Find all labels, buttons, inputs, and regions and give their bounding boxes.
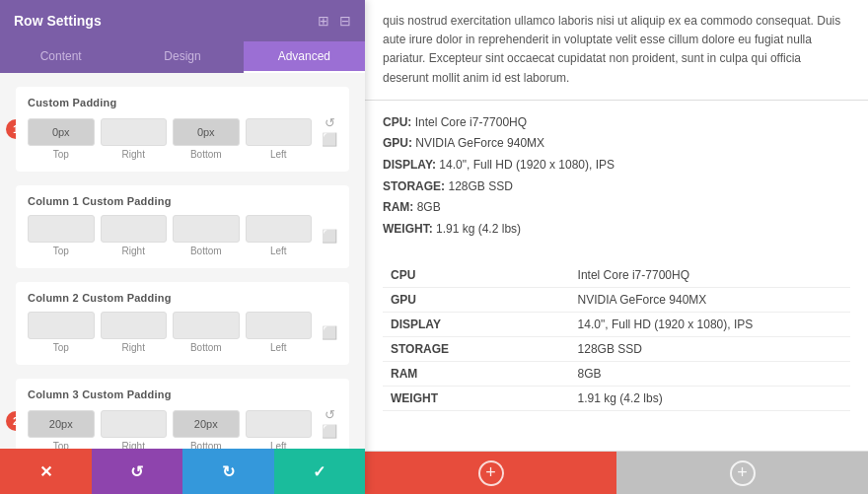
- add-circle-gray: +: [730, 460, 756, 486]
- col3-padding-section: Column 3 Custom Padding Top Right Bottom: [16, 379, 349, 449]
- link-icon[interactable]: ⬜: [322, 133, 337, 146]
- tab-content[interactable]: Content: [0, 41, 121, 73]
- col2-top-label: Top: [53, 342, 69, 353]
- col1-bottom-field: Bottom: [173, 215, 240, 256]
- col2-padding-inputs: Top Right Bottom Left ⬜: [28, 312, 337, 353]
- table-row: DISPLAY14.0", Full HD (1920 x 1080), IPS: [383, 313, 850, 337]
- panel-header: Row Settings ⊞ ⊟: [0, 0, 365, 41]
- section-col2-padding: Column 2 Custom Padding Top Right Bottom: [16, 282, 349, 365]
- table-row: GPUNVIDIA GeForce 940MX: [383, 288, 850, 313]
- col3-left-input[interactable]: [246, 410, 313, 438]
- col2-top-input[interactable]: [28, 312, 95, 339]
- spec-cpu-inline: CPU: Intel Core i7-7700HQ: [383, 112, 850, 134]
- panel-body: 1 Custom Padding Top Right Bottom: [0, 73, 365, 449]
- spec-gpu-inline: GPU: NVIDIA GeForce 940MX: [383, 133, 850, 155]
- col1-left-field: Left: [246, 215, 313, 256]
- col3-right-input[interactable]: [101, 410, 168, 438]
- col3-bottom-label: Bottom: [190, 441, 222, 449]
- add-circle-red: +: [478, 460, 504, 486]
- col1-top-input[interactable]: [28, 215, 95, 243]
- tab-design[interactable]: Design: [121, 41, 243, 73]
- col1-bottom-label: Bottom: [190, 246, 222, 256]
- table-row: WEIGHT1.91 kg (4.2 lbs): [383, 387, 850, 411]
- section-col3-padding: 2 Column 3 Custom Padding Top Right Bott…: [16, 379, 349, 449]
- section-col1-padding: Column 1 Custom Padding Top Right Bottom: [16, 185, 349, 268]
- col2-right-field: Right: [101, 312, 168, 353]
- add-row-bar: + +: [365, 451, 868, 494]
- col3-bottom-field: Bottom: [173, 410, 240, 449]
- custom-padding-label: Custom Padding: [28, 97, 337, 108]
- padding-left-input[interactable]: [246, 118, 313, 146]
- col3-bottom-input[interactable]: [173, 410, 240, 438]
- custom-padding-section: Custom Padding Top Right Bottom: [16, 87, 349, 172]
- specs-table-block: CPUIntel Core i7-7700HQ GPUNVIDIA GeForc…: [365, 251, 868, 451]
- col2-link-icon[interactable]: ⬜: [322, 326, 337, 339]
- padding-top-field: Top: [28, 118, 95, 160]
- padding-top-input[interactable]: [28, 118, 95, 146]
- reset-icon[interactable]: ↺: [325, 116, 335, 129]
- col1-bottom-input[interactable]: [173, 215, 240, 243]
- col2-bottom-input[interactable]: [173, 312, 240, 339]
- tab-advanced[interactable]: Advanced: [244, 41, 365, 73]
- row-settings-panel: Row Settings ⊞ ⊟ Content Design Advanced…: [0, 0, 365, 494]
- padding-left-label: Left: [270, 149, 287, 160]
- col2-right-input[interactable]: [101, 312, 168, 339]
- specs-inline: CPU: Intel Core i7-7700HQ GPU: NVIDIA Ge…: [365, 101, 868, 252]
- col2-left-input[interactable]: [246, 312, 313, 339]
- col3-left-label: Left: [270, 441, 287, 449]
- col2-bottom-label: Bottom: [190, 342, 222, 353]
- col1-padding-inputs: Top Right Bottom Left ⬜: [28, 215, 337, 256]
- redo-button[interactable]: ↻: [182, 449, 274, 494]
- col1-actions: ⬜: [322, 230, 337, 256]
- section-custom-padding: 1 Custom Padding Top Right Bottom: [16, 87, 349, 172]
- spec-storage-inline: STORAGE: 128GB SSD: [383, 176, 850, 198]
- spec-ram-inline: RAM: 8GB: [383, 197, 850, 219]
- save-button[interactable]: ✓: [274, 449, 366, 494]
- col1-link-icon[interactable]: ⬜: [322, 230, 337, 243]
- padding-bottom-input[interactable]: [173, 118, 240, 146]
- col2-bottom-field: Bottom: [173, 312, 240, 353]
- col2-top-field: Top: [28, 312, 95, 353]
- tabs-bar: Content Design Advanced: [0, 41, 365, 73]
- padding-bottom-field: Bottom: [173, 118, 240, 160]
- col1-left-input[interactable]: [246, 215, 313, 243]
- col1-right-input[interactable]: [101, 215, 168, 243]
- panel-footer: ✕ ↺ ↻ ✓: [0, 449, 365, 494]
- col2-left-field: Left: [246, 312, 313, 353]
- col1-top-field: Top: [28, 215, 95, 256]
- add-column-red[interactable]: +: [365, 452, 616, 494]
- table-row: STORAGE128GB SSD: [383, 337, 850, 362]
- col3-left-field: Left: [246, 410, 313, 449]
- col3-top-input[interactable]: [28, 410, 95, 438]
- undo-button[interactable]: ↺: [92, 449, 183, 494]
- col1-padding-label: Column 1 Custom Padding: [28, 195, 337, 207]
- padding-actions: ↺ ⬜: [322, 116, 337, 160]
- col3-top-label: Top: [53, 441, 69, 449]
- table-row: RAM8GB: [383, 362, 850, 387]
- cancel-button[interactable]: ✕: [0, 449, 92, 494]
- content-text: quis nostrud exercitation ullamco labori…: [365, 0, 868, 101]
- col3-padding-inputs: Top Right Bottom Left ↺: [28, 408, 337, 449]
- col1-left-label: Left: [270, 246, 287, 256]
- add-column-gray[interactable]: +: [616, 452, 868, 494]
- content-area: quis nostrud exercitation ullamco labori…: [365, 0, 868, 494]
- col3-link-icon[interactable]: ⬜: [322, 425, 337, 438]
- specs-table: CPUIntel Core i7-7700HQ GPUNVIDIA GeForc…: [383, 263, 850, 411]
- spec-display-inline: DISPLAY: 14.0", Full HD (1920 x 1080), I…: [383, 155, 850, 176]
- columns-icon[interactable]: ⊟: [339, 13, 351, 29]
- col2-left-label: Left: [270, 342, 287, 353]
- col1-right-label: Right: [122, 246, 145, 256]
- col3-reset-icon[interactable]: ↺: [325, 408, 335, 421]
- col3-actions: ↺ ⬜: [322, 408, 337, 449]
- col3-top-field: Top: [28, 410, 95, 449]
- grid-icon[interactable]: ⊞: [318, 13, 329, 29]
- custom-padding-inputs: Top Right Bottom Left ↺: [28, 116, 337, 160]
- padding-right-input[interactable]: [101, 118, 168, 146]
- panel-title: Row Settings: [14, 13, 102, 29]
- padding-right-field: Right: [101, 118, 168, 160]
- padding-top-label: Top: [53, 149, 69, 160]
- col2-right-label: Right: [122, 342, 145, 353]
- table-row: CPUIntel Core i7-7700HQ: [383, 263, 850, 288]
- col1-padding-section: Column 1 Custom Padding Top Right Bottom: [16, 185, 349, 268]
- padding-right-label: Right: [122, 149, 145, 160]
